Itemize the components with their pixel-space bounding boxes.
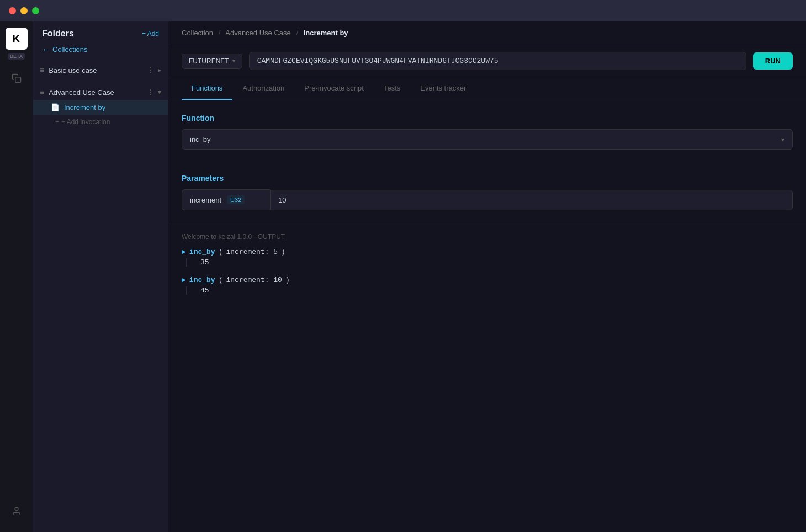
output-entry-0: ▶ inc_by ( increment: 5 ) 35 bbox=[182, 247, 793, 267]
tabs-bar: Functions Authorization Pre-invocate scr… bbox=[168, 77, 806, 100]
output-result-0: 35 bbox=[186, 258, 793, 267]
output-fn-name-1: inc_by bbox=[189, 276, 215, 284]
function-section: Function inc_by ▾ bbox=[168, 100, 806, 150]
sidebar-group-header-basic[interactable]: ≡ Basic use case ⋮ ▸ bbox=[33, 62, 168, 78]
add-invocation-button[interactable]: + + Add invocation bbox=[33, 115, 168, 129]
sidebar-title: Folders bbox=[42, 29, 74, 39]
param-value-input-0[interactable] bbox=[270, 190, 793, 210]
output-expand-icon-1[interactable]: ▶ bbox=[182, 275, 186, 284]
plus-icon: + bbox=[55, 118, 59, 126]
icon-bar: K BETA bbox=[0, 21, 33, 532]
close-button[interactable] bbox=[9, 7, 16, 14]
breadcrumb-current: Increment by bbox=[304, 29, 348, 37]
copy-icon[interactable] bbox=[7, 68, 26, 88]
parameters-section-label: Parameters bbox=[182, 174, 793, 183]
function-selected-value: inc_by bbox=[190, 135, 211, 143]
dots-icon-basic[interactable]: ⋮ bbox=[147, 66, 155, 75]
network-bar: FUTURENET ▾ RUN bbox=[168, 45, 806, 77]
network-chevron-icon: ▾ bbox=[232, 58, 235, 64]
sidebar-header: Folders + Add bbox=[33, 21, 168, 43]
sidebar-section: ≡ Basic use case ⋮ ▸ ≡ Advanced Use Case bbox=[33, 59, 168, 132]
function-select[interactable]: inc_by ▾ bbox=[182, 129, 793, 150]
param-name-label-0: increment bbox=[190, 196, 221, 204]
add-invocation-label: + Add invocation bbox=[61, 118, 110, 126]
tab-authorization[interactable]: Authorization bbox=[232, 77, 294, 100]
run-button[interactable]: RUN bbox=[753, 52, 793, 70]
folder-icon-advanced: ≡ bbox=[40, 88, 44, 97]
app-layout: K BETA Folders + Add ← Collections bbox=[0, 21, 806, 532]
tab-events-tracker[interactable]: Events tracker bbox=[410, 77, 476, 100]
chevron-down-icon-advanced: ▾ bbox=[158, 88, 161, 96]
dots-icon-advanced[interactable]: ⋮ bbox=[147, 88, 155, 97]
sidebar-group-header-advanced[interactable]: ≡ Advanced Use Case ⋮ ▾ bbox=[33, 84, 168, 100]
breadcrumb-advanced[interactable]: Advanced Use Case bbox=[225, 29, 291, 37]
function-section-label: Function bbox=[182, 114, 793, 123]
param-name-0: increment U32 bbox=[182, 189, 270, 210]
breadcrumb: Collection / Advanced Use Case / Increme… bbox=[168, 21, 806, 45]
sidebar: Folders + Add ← Collections ≡ Basic use … bbox=[33, 21, 168, 532]
content-area: Function inc_by ▾ Parameters increment U… bbox=[168, 100, 806, 532]
maximize-button[interactable] bbox=[32, 7, 39, 14]
back-arrow-icon: ← bbox=[42, 45, 49, 54]
breadcrumb-collection[interactable]: Collection bbox=[182, 29, 213, 37]
add-button[interactable]: + Add bbox=[142, 30, 159, 38]
output-label: Welcome to keizai 1.0.0 - OUTPUT bbox=[182, 233, 793, 241]
network-name: FUTURENET bbox=[189, 57, 229, 65]
address-input[interactable] bbox=[249, 52, 746, 70]
sidebar-item-increment-by[interactable]: 📄 Increment by bbox=[33, 100, 168, 115]
main-content: Collection / Advanced Use Case / Increme… bbox=[168, 21, 806, 532]
chevron-right-icon-basic: ▸ bbox=[158, 66, 161, 74]
minimize-button[interactable] bbox=[20, 7, 28, 14]
user-icon[interactable] bbox=[7, 501, 26, 521]
function-select-chevron-icon: ▾ bbox=[781, 136, 784, 143]
folder-icon-basic: ≡ bbox=[40, 66, 44, 75]
sidebar-item-label: Increment by bbox=[64, 103, 105, 111]
tab-tests[interactable]: Tests bbox=[374, 77, 410, 100]
output-section: Welcome to keizai 1.0.0 - OUTPUT ▶ inc_b… bbox=[168, 224, 806, 532]
tab-functions[interactable]: Functions bbox=[182, 77, 232, 100]
titlebar bbox=[0, 0, 806, 21]
collections-link[interactable]: ← Collections bbox=[33, 43, 168, 59]
svg-point-1 bbox=[15, 507, 18, 510]
collections-label: Collections bbox=[52, 45, 88, 54]
param-type-0: U32 bbox=[227, 195, 245, 204]
sidebar-group-basic: ≡ Basic use case ⋮ ▸ bbox=[33, 59, 168, 81]
sidebar-group-advanced: ≡ Advanced Use Case ⋮ ▾ 📄 Increment by + bbox=[33, 81, 168, 132]
param-row-0: increment U32 bbox=[182, 189, 793, 210]
beta-badge: BETA bbox=[8, 53, 25, 60]
output-call-1: ▶ inc_by ( increment: 10 ) bbox=[182, 275, 793, 284]
logo: K bbox=[6, 28, 28, 50]
svg-rect-0 bbox=[15, 77, 20, 83]
network-selector[interactable]: FUTURENET ▾ bbox=[182, 54, 242, 69]
output-fn-name-0: inc_by bbox=[189, 248, 215, 256]
output-result-1: 45 bbox=[186, 286, 793, 295]
output-call-0: ▶ inc_by ( increment: 5 ) bbox=[182, 247, 793, 256]
output-expand-icon-0[interactable]: ▶ bbox=[182, 247, 186, 256]
parameters-section: Parameters increment U32 bbox=[168, 161, 806, 210]
output-entry-1: ▶ inc_by ( increment: 10 ) 45 bbox=[182, 275, 793, 295]
tab-pre-invocate[interactable]: Pre-invocate script bbox=[294, 77, 374, 100]
sidebar-group-label-basic: Basic use case bbox=[49, 66, 97, 75]
doc-icon: 📄 bbox=[51, 103, 60, 111]
sidebar-group-label-advanced: Advanced Use Case bbox=[49, 88, 114, 97]
